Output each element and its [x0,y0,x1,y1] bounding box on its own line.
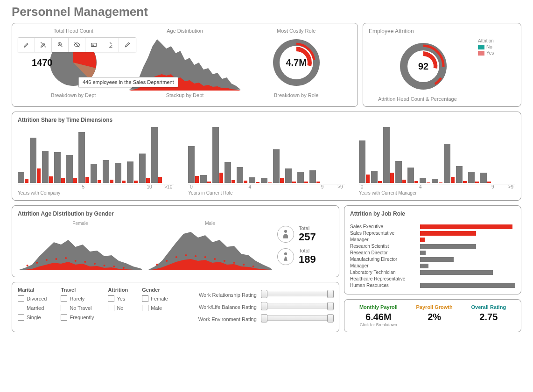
marital-header: Marital [18,287,47,293]
legend-yes: Yes [486,50,494,56]
job-role-label: Manager [350,263,420,268]
job-role-row[interactable]: Research Director [350,250,515,255]
payroll-card[interactable]: Monthly Payroll 6.46M Click for Breakdow… [359,304,398,327]
attrition-panel: Employee Attrition 92 Attrition No [363,23,521,107]
rating-slider[interactable]: Work/Life Balance Rating 14 [182,303,333,311]
job-role-label: Healthcare Representative [350,276,420,281]
payroll-note: Click for Breakdown [359,322,398,327]
job-role-row[interactable]: Manager [350,237,515,242]
label-icon[interactable] [85,38,102,52]
job-role-row[interactable]: Laboratory Technician [350,270,515,275]
brush-off-icon[interactable] [35,38,52,52]
checkbox-icon[interactable] [18,314,24,321]
checkbox-icon[interactable] [142,295,148,302]
svg-point-38 [284,252,287,255]
filters-panel: Marital DivorcedMarriedSingle Travel Rar… [12,282,339,332]
female-chart[interactable]: Female [18,221,143,272]
female-total-value: 189 [299,253,316,266]
checkbox-label: Single [27,315,41,320]
attrition-legend: Attrition No Yes [478,38,515,94]
rating-slider[interactable]: Work Environment Rating 14 [182,315,333,323]
time-dim-chart[interactable]: 049>9Years in Current Role [188,127,344,196]
travel-option[interactable]: Rarely [61,295,94,302]
attrition-option[interactable]: No [108,305,128,311]
eye-off-icon[interactable] [69,38,85,52]
checkbox-label: Married [27,305,44,311]
svg-point-29 [185,254,187,256]
attrition-option[interactable]: Yes [108,295,128,302]
job-role-label: Laboratory Technician [350,270,420,275]
checkbox-icon[interactable] [108,305,114,311]
growth-header: Payroll Growth [416,304,453,310]
slider-track[interactable] [261,303,333,308]
gender-option[interactable]: Female [142,295,168,302]
checkbox-label: Female [151,296,168,301]
costly-role-title: Most Costly Role [240,28,352,34]
checkbox-icon[interactable] [61,305,67,311]
svg-point-37 [284,230,287,233]
slider-track[interactable] [261,315,333,321]
checkbox-icon[interactable] [142,305,148,311]
travel-filter: Travel RarelyNo TravelFrequently [61,287,94,327]
rating-slider[interactable]: Work Relationship Rating 14 [182,291,333,299]
time-dim-chart[interactable]: 510>10Years with Company [18,127,174,196]
head-count-subtitle: Breakdown by Dept [18,92,129,98]
svg-point-14 [36,262,38,264]
gender-filter: Gender FemaleMale [142,287,168,327]
slider-label: Work Relationship Rating [182,292,257,298]
marital-option[interactable]: Single [18,314,47,321]
checkbox-icon[interactable] [108,295,114,302]
brush-icon[interactable] [18,38,35,52]
growth-value: 2% [416,312,453,322]
job-role-row[interactable]: Sales Representative [350,231,515,236]
job-role-row[interactable]: Manager [350,263,515,268]
rating-header: Overall Rating [471,304,506,310]
job-role-row[interactable]: Human Resources [350,283,515,288]
svg-point-21 [103,265,105,266]
marital-option[interactable]: Married [18,305,47,311]
svg-point-35 [243,264,245,266]
time-dim-chart[interactable]: 049>9Years with Current Manager [359,127,515,196]
slider-track[interactable] [261,291,333,296]
attrition-title: Employee Attrition [369,28,515,35]
travel-option[interactable]: No Travel [61,305,94,311]
male-total-label: Total [299,225,316,231]
svg-point-23 [123,267,125,269]
job-role-row[interactable]: Sales Executive [350,224,515,229]
job-role-row[interactable]: Research Scientist [350,244,515,249]
job-role-label: Manufacturing Director [350,257,420,262]
svg-point-22 [113,266,115,267]
microscope-icon[interactable] [102,38,119,52]
attrition-donut[interactable]: 92 [369,38,478,94]
checkbox-icon[interactable] [18,295,24,302]
job-role-row[interactable]: Manufacturing Director [350,257,515,262]
checkbox-icon[interactable] [61,295,67,302]
legend-no: No [486,44,492,49]
slider-label: Work Environment Rating [182,316,257,322]
checkbox-icon[interactable] [18,305,24,311]
checkbox-label: No Travel [70,305,91,311]
pencil-icon[interactable] [119,38,136,52]
costly-role-donut[interactable]: 4.7M [240,35,352,91]
checkbox-icon[interactable] [61,314,67,321]
job-role-panel: Attrition by Job Role Sales Executive Sa… [344,205,521,294]
checkbox-label: Rarely [70,296,84,301]
travel-option[interactable]: Frequently [61,314,94,321]
top-metrics-panel: Total Head Count [12,23,358,107]
attrition-subtitle: Attrition Head Count & Percentage [378,96,515,102]
svg-point-34 [233,262,235,264]
job-role-row[interactable]: Healthcare Representative [350,276,515,281]
job-role-label: Research Scientist [350,244,420,249]
marital-option[interactable]: Divorced [18,295,47,302]
gender-option[interactable]: Male [142,305,168,311]
female-label: Female [18,221,143,227]
job-role-label: Human Resources [350,283,420,288]
slider-label: Work/Life Balance Rating [182,304,257,310]
attrition-header: Attrition [108,287,128,293]
zoom-in-icon[interactable] [52,38,69,52]
male-chart[interactable]: Male [147,221,273,272]
age-dist-subtitle: Stackup by Dept [129,92,241,98]
growth-card: Payroll Growth 2% [416,304,453,327]
checkbox-label: Yes [117,296,125,301]
rating-value: 2.75 [471,312,506,322]
